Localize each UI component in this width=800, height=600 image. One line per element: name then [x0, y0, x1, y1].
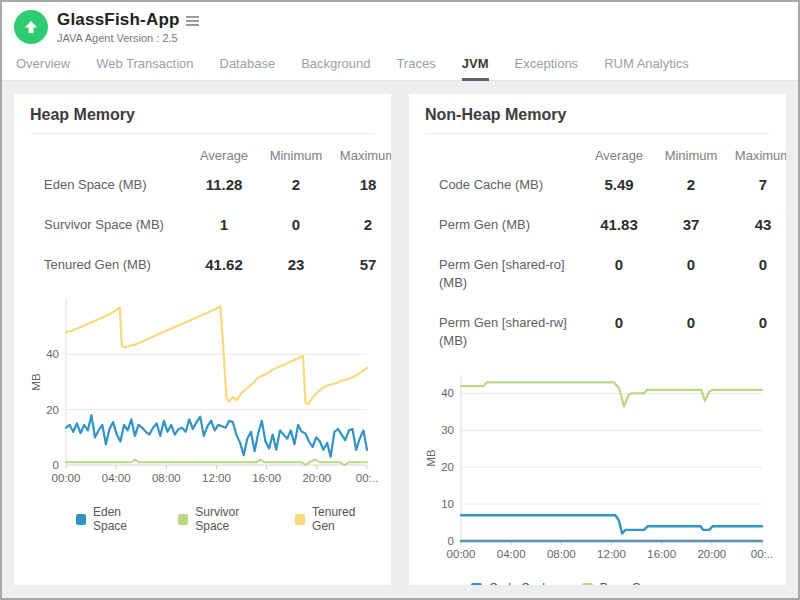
metric-minimum: 0	[260, 216, 332, 234]
table-row: Perm Gen (MB) 41.83 37 43	[425, 205, 770, 245]
panel-title: Heap Memory	[30, 106, 375, 134]
legend-item[interactable]: Perm Gen	[582, 581, 655, 585]
svg-text:10: 10	[441, 498, 454, 510]
svg-text:30: 30	[441, 424, 454, 436]
tab-traces[interactable]: Traces	[397, 56, 436, 80]
agent-version-label: JAVA Agent Version : 2.5	[57, 32, 199, 44]
tab-database[interactable]: Database	[220, 56, 276, 80]
heap-memory-panel: Heap Memory Average Minimum Maximum Eden…	[14, 94, 391, 585]
non-heap-memory-panel: Non-Heap Memory Average Minimum Maximum …	[409, 94, 786, 585]
legend-swatch-icon	[76, 514, 86, 525]
metric-maximum: 0	[727, 314, 786, 332]
table-row: Perm Gen [shared-ro] (MB) 0 0 0	[425, 245, 770, 303]
metric-label: Eden Space (MB)	[30, 176, 188, 194]
tab-rum-analytics[interactable]: RUM Analytics	[604, 56, 689, 80]
table-row: Survivor Space (MB) 1 0 2	[30, 205, 375, 245]
svg-text:16:00: 16:00	[252, 472, 281, 484]
legend-item[interactable]: Eden Space	[76, 505, 152, 533]
svg-text:MB: MB	[425, 449, 437, 467]
legend-swatch-icon	[178, 514, 188, 525]
table-row: Perm Gen [shared-rw] (MB) 0 0 0	[425, 303, 770, 361]
tab-bar: Overview Web Transaction Database Backgr…	[2, 50, 798, 81]
metric-maximum: 2	[332, 216, 391, 234]
panel-title: Non-Heap Memory	[425, 106, 770, 134]
legend-swatch-icon	[582, 583, 593, 586]
legend-swatch-icon	[471, 583, 482, 586]
svg-text:00:00: 00:00	[447, 548, 476, 560]
column-average: Average	[583, 148, 655, 163]
svg-text:20: 20	[46, 404, 59, 416]
heap-chart-legend: Eden SpaceSurvivor SpaceTenured Gen	[30, 505, 375, 533]
table-row: Eden Space (MB) 11.28 2 18	[30, 165, 375, 205]
column-minimum: Minimum	[260, 148, 332, 163]
column-average: Average	[188, 148, 260, 163]
svg-text:00:..: 00:..	[356, 472, 378, 484]
jvm-content: Heap Memory Average Minimum Maximum Eden…	[2, 81, 798, 598]
app-header: GlassFish-App JAVA Agent Version : 2.5	[2, 2, 798, 50]
table-header-row: Average Minimum Maximum	[30, 144, 375, 165]
non-heap-memory-chart[interactable]: 01020304000:0004:0008:0012:0016:0020:000…	[425, 367, 770, 567]
up-arrow-icon	[23, 19, 39, 35]
legend-label: Perm Gen	[600, 581, 655, 585]
legend-item[interactable]: Survivor Space	[178, 505, 269, 533]
status-icon	[14, 10, 48, 44]
metric-average: 1	[188, 216, 260, 234]
svg-text:00:00: 00:00	[52, 472, 81, 484]
legend-label: Survivor Space	[195, 505, 269, 533]
legend-label: Code Cache	[489, 581, 556, 585]
non-heap-metrics-table: Average Minimum Maximum Code Cache (MB) …	[425, 144, 770, 361]
non-heap-chart-legend: Code CachePerm GenPerm Gen [shared-ro]Pe…	[425, 581, 770, 585]
metric-maximum: 57	[332, 256, 391, 274]
metric-label: Perm Gen [shared-ro] (MB)	[425, 256, 583, 292]
tab-background[interactable]: Background	[301, 56, 370, 80]
svg-text:40: 40	[441, 387, 454, 399]
column-maximum: Maximum	[332, 148, 391, 163]
tab-overview[interactable]: Overview	[16, 56, 70, 80]
hamburger-menu-icon[interactable]	[186, 14, 199, 26]
column-minimum: Minimum	[655, 148, 727, 163]
svg-text:12:00: 12:00	[202, 472, 231, 484]
tab-jvm[interactable]: JVM	[462, 56, 489, 81]
tab-exceptions[interactable]: Exceptions	[515, 56, 579, 80]
table-header-row: Average Minimum Maximum	[425, 144, 770, 165]
svg-text:04:00: 04:00	[102, 472, 131, 484]
metric-label: Perm Gen (MB)	[425, 216, 583, 234]
metric-average: 41.62	[188, 256, 260, 274]
legend-label: Tenured Gen	[312, 505, 375, 533]
table-row: Tenured Gen (MB) 41.62 23 57	[30, 245, 375, 285]
metric-average: 5.49	[583, 176, 655, 194]
heap-metrics-table: Average Minimum Maximum Eden Space (MB) …	[30, 144, 375, 285]
svg-text:MB: MB	[30, 373, 42, 391]
metric-label: Survivor Space (MB)	[30, 216, 188, 234]
metric-average: 0	[583, 314, 655, 332]
metric-label: Perm Gen [shared-rw] (MB)	[425, 314, 583, 350]
metric-label: Code Cache (MB)	[425, 176, 583, 194]
svg-text:04:00: 04:00	[497, 548, 526, 560]
svg-text:0: 0	[448, 535, 454, 547]
column-maximum: Maximum	[727, 148, 786, 163]
tab-web-transaction[interactable]: Web Transaction	[96, 56, 193, 80]
heap-memory-chart[interactable]: 0204000:0004:0008:0012:0016:0020:0000:..…	[30, 291, 375, 491]
legend-item[interactable]: Tenured Gen	[295, 505, 375, 533]
metric-minimum: 2	[655, 176, 727, 194]
metric-minimum: 0	[655, 256, 727, 274]
metric-label: Tenured Gen (MB)	[30, 256, 188, 274]
svg-text:12:00: 12:00	[597, 548, 626, 560]
svg-text:08:00: 08:00	[152, 472, 181, 484]
legend-row: Code CachePerm Gen	[471, 581, 770, 585]
metric-average: 41.83	[583, 216, 655, 234]
svg-text:20:00: 20:00	[302, 472, 331, 484]
legend-swatch-icon	[295, 514, 305, 525]
metric-average: 11.28	[188, 176, 260, 194]
legend-item[interactable]: Code Cache	[471, 581, 556, 585]
svg-text:40: 40	[46, 348, 59, 360]
metric-maximum: 43	[727, 216, 786, 234]
app-title: GlassFish-App	[57, 10, 180, 30]
metric-minimum: 23	[260, 256, 332, 274]
metric-minimum: 0	[655, 314, 727, 332]
svg-text:08:00: 08:00	[547, 548, 576, 560]
svg-text:0: 0	[53, 459, 59, 471]
svg-text:16:00: 16:00	[647, 548, 676, 560]
app-window: GlassFish-App JAVA Agent Version : 2.5 O…	[0, 0, 800, 600]
svg-text:00:..: 00:..	[751, 548, 773, 560]
